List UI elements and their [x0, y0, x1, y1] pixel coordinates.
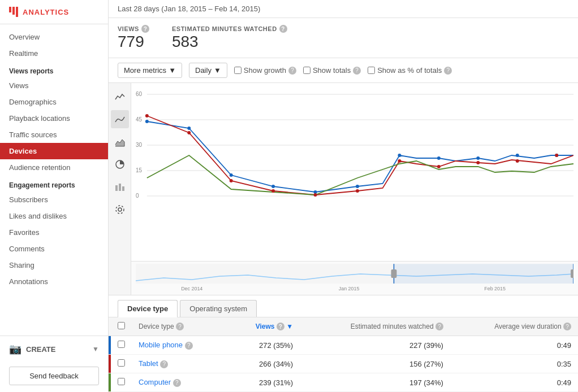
- est-min-col-help-icon[interactable]: ?: [435, 323, 443, 330]
- svg-text:30: 30: [136, 142, 142, 148]
- svg-point-16: [145, 120, 149, 123]
- sidebar-item-favorites[interactable]: Favorites: [0, 224, 108, 241]
- daily-chevron-icon: ▼: [214, 66, 221, 75]
- more-metrics-button[interactable]: More metrics ▼: [118, 63, 182, 78]
- create-label: CREATE: [26, 345, 55, 354]
- svg-text:Dec 2014: Dec 2014: [181, 286, 202, 291]
- tab-device-type[interactable]: Device type: [118, 300, 178, 317]
- device-link[interactable]: Mobile phone: [139, 341, 183, 349]
- row-checkbox-cell[interactable]: [111, 336, 132, 355]
- estimated-minutes-label: ESTIMATED MINUTES WATCHED: [172, 25, 277, 32]
- tab-operating-system[interactable]: Operating system: [180, 300, 257, 317]
- sidebar-item-annotations[interactable]: Annotations: [0, 273, 108, 290]
- sidebar-item-subscribers[interactable]: Subscribers: [0, 191, 108, 208]
- chart-svg-container: 0 15 30 45 60: [131, 83, 578, 261]
- table-tabs: Device type Operating system: [109, 295, 578, 317]
- pie-chart-icon[interactable]: [111, 155, 129, 173]
- bar-chart-icon[interactable]: [111, 178, 129, 196]
- svg-text:15: 15: [136, 167, 142, 173]
- show-as-of-totals-help-icon[interactable]: ?: [444, 67, 452, 75]
- sidebar-item-traffic-sources[interactable]: Traffic sources: [0, 127, 108, 143]
- svg-point-35: [476, 161, 480, 164]
- sidebar-item-likes-dislikes[interactable]: Likes and dislikes: [0, 208, 108, 224]
- smooth-line-chart-icon[interactable]: [111, 110, 129, 128]
- svg-point-19: [271, 185, 275, 188]
- sidebar-item-views[interactable]: Views: [0, 77, 108, 94]
- estimated-minutes-metric: ESTIMATED MINUTES WATCHED ? 583: [172, 25, 287, 51]
- chart-main: 0 15 30 45 60: [131, 83, 578, 295]
- main-content: Last 28 days (Jan 18, 2015 – Feb 14, 201…: [109, 0, 578, 392]
- sidebar-item-overview[interactable]: Overview: [0, 29, 108, 45]
- row-device-cell: Tablet ?: [132, 355, 227, 373]
- row-checkbox[interactable]: [118, 378, 125, 385]
- svg-rect-1: [115, 185, 118, 191]
- row-views-cell: 266 (34%): [227, 355, 300, 373]
- svg-point-32: [356, 189, 359, 193]
- sidebar-nav: Overview Realtime Views reports Views De…: [0, 24, 108, 336]
- more-metrics-chevron-icon: ▼: [169, 66, 176, 75]
- device-type-help-icon[interactable]: ?: [176, 323, 184, 330]
- show-growth-checkbox-group[interactable]: Show growth ?: [234, 66, 296, 75]
- svg-point-28: [187, 131, 191, 134]
- sidebar-item-sharing[interactable]: Sharing: [0, 257, 108, 273]
- show-growth-help-icon[interactable]: ?: [288, 67, 296, 75]
- svg-point-37: [555, 154, 558, 157]
- avg-view-duration-col-header: Average view duration ?: [450, 317, 578, 336]
- views-col-header[interactable]: Views ? ▼: [227, 317, 300, 336]
- svg-point-5: [116, 206, 124, 214]
- sidebar: ANALYTICS Overview Realtime Views report…: [0, 0, 109, 392]
- device-help-icon[interactable]: ?: [185, 342, 193, 350]
- views-help-icon[interactable]: ?: [141, 25, 149, 33]
- svg-point-31: [314, 193, 317, 197]
- chart-timeline[interactable]: Dec 2014 Jan 2015 Feb 2015: [131, 261, 578, 295]
- row-checkbox-cell[interactable]: [111, 373, 132, 392]
- sidebar-item-audience-retention[interactable]: Audience retention: [0, 159, 108, 176]
- estimated-minutes-help-icon[interactable]: ?: [279, 25, 287, 33]
- daily-button[interactable]: Daily ▼: [189, 63, 227, 78]
- create-section[interactable]: 📷 CREATE ▼: [0, 336, 108, 362]
- row-device-cell: Computer ?: [132, 373, 227, 392]
- svg-point-29: [230, 179, 233, 182]
- engagement-reports-header: Engagement reports: [0, 176, 108, 191]
- row-checkbox[interactable]: [118, 359, 125, 367]
- device-help-icon[interactable]: ?: [160, 360, 168, 368]
- send-feedback-button[interactable]: Send feedback: [9, 367, 99, 385]
- sidebar-item-realtime[interactable]: Realtime: [0, 45, 108, 62]
- avg-dur-col-help-icon[interactable]: ?: [563, 323, 571, 330]
- sidebar-item-devices[interactable]: Devices: [0, 143, 108, 159]
- svg-text:45: 45: [136, 116, 142, 123]
- row-views-cell: 239 (31%): [227, 373, 300, 392]
- line-chart-icon[interactable]: [111, 88, 129, 106]
- device-help-icon[interactable]: ?: [173, 379, 181, 387]
- settings-icon[interactable]: [111, 201, 129, 219]
- date-range-header: Last 28 days (Jan 18, 2015 – Feb 14, 201…: [109, 0, 578, 18]
- views-label: VIEWS: [118, 25, 139, 32]
- chart-area: 0 15 30 45 60: [109, 83, 578, 295]
- logo-icon: [9, 7, 18, 17]
- sidebar-item-comments[interactable]: Comments: [0, 241, 108, 257]
- sidebar-item-playback-locations[interactable]: Playback locations: [0, 110, 108, 127]
- svg-text:60: 60: [136, 91, 142, 97]
- select-all-checkbox[interactable]: [118, 322, 125, 329]
- show-totals-checkbox-group[interactable]: Show totals ?: [303, 66, 361, 75]
- row-checkbox[interactable]: [118, 341, 125, 348]
- area-chart-icon[interactable]: [111, 133, 129, 151]
- show-as-of-totals-checkbox[interactable]: [368, 67, 375, 74]
- row-checkbox-cell[interactable]: [111, 355, 132, 373]
- show-totals-help-icon[interactable]: ?: [353, 67, 361, 75]
- row-avg-duration-cell: 0:49: [450, 373, 578, 392]
- sidebar-item-demographics[interactable]: Demographics: [0, 94, 108, 110]
- svg-point-4: [118, 208, 122, 211]
- show-growth-checkbox[interactable]: [234, 67, 241, 74]
- device-link[interactable]: Tablet: [139, 359, 158, 368]
- row-est-minutes-cell: 197 (34%): [300, 373, 450, 392]
- show-as-of-totals-checkbox-group[interactable]: Show as % of totals ?: [368, 66, 452, 75]
- views-col-help-icon[interactable]: ?: [277, 323, 284, 330]
- logo-area: ANALYTICS: [0, 0, 108, 24]
- show-totals-checkbox[interactable]: [303, 67, 310, 74]
- svg-point-36: [516, 159, 519, 163]
- svg-point-30: [271, 189, 275, 193]
- device-link[interactable]: Computer: [139, 378, 171, 386]
- table-row: Computer ? 239 (31%) 197 (34%) 0:49: [109, 373, 578, 392]
- svg-text:Jan 2015: Jan 2015: [339, 286, 360, 291]
